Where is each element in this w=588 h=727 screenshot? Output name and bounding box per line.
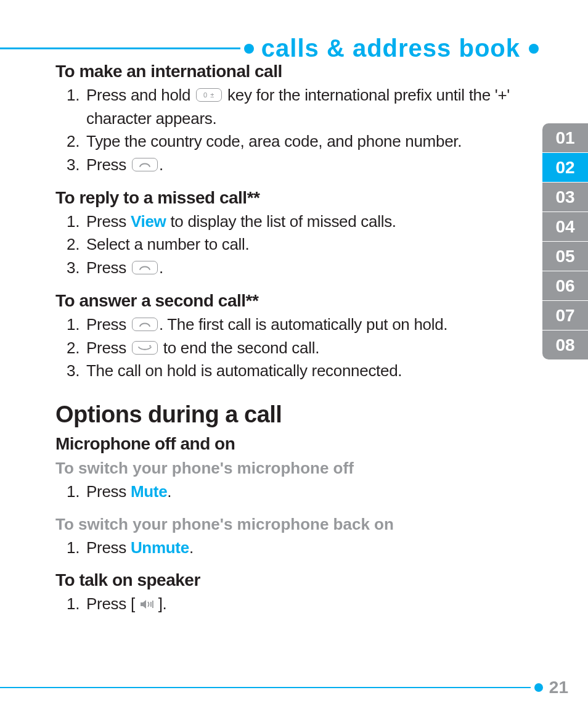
text: Press bbox=[86, 315, 131, 334]
text: . bbox=[159, 155, 163, 174]
heading-options-during-call: Options during a call bbox=[55, 401, 514, 428]
softkey-mute: Mute bbox=[131, 482, 167, 501]
subheading-mic-off: To switch your phone's microphone off bbox=[55, 459, 514, 478]
tab-02[interactable]: 02 bbox=[542, 153, 588, 183]
text: ]. bbox=[158, 594, 167, 613]
tab-07[interactable]: 07 bbox=[542, 301, 588, 331]
chapter-title: calls & address book bbox=[261, 35, 520, 62]
call-key-icon bbox=[132, 318, 158, 331]
step: Press . bbox=[84, 257, 514, 280]
svg-marker-1 bbox=[141, 600, 146, 609]
svg-rect-3 bbox=[152, 601, 153, 608]
tab-03[interactable]: 03 bbox=[542, 183, 588, 212]
softkey-view: View bbox=[131, 212, 166, 231]
tab-01[interactable]: 01 bbox=[542, 123, 588, 153]
steps-speaker: Press [ ]. bbox=[55, 593, 514, 617]
text: Press bbox=[86, 482, 131, 501]
steps-mic-off: Press Mute. bbox=[55, 480, 514, 504]
step: Press . The first call is automatically … bbox=[84, 313, 514, 337]
text: . bbox=[189, 538, 194, 557]
tab-04[interactable]: 04 bbox=[542, 212, 588, 242]
text: Press bbox=[86, 155, 131, 174]
step: Select a number to call. bbox=[84, 233, 514, 257]
steps-mic-on: Press Unmute. bbox=[55, 536, 514, 560]
text: Press bbox=[86, 538, 131, 557]
speaker-icon bbox=[139, 594, 154, 617]
call-key-icon bbox=[132, 158, 158, 171]
text: Press bbox=[86, 258, 131, 277]
header-rule: calls & address book bbox=[0, 35, 539, 62]
text: . bbox=[167, 482, 171, 501]
tab-06[interactable]: 06 bbox=[542, 271, 588, 301]
step: Press and hold 0 ± key for the internati… bbox=[84, 84, 514, 130]
svg-rect-2 bbox=[150, 602, 152, 607]
text: Press bbox=[86, 339, 131, 357]
footer-rule-line bbox=[0, 687, 531, 688]
manual-page: calls & address book 01 02 03 04 05 06 0… bbox=[0, 0, 588, 727]
steps-second-call: Press . The first call is automatically … bbox=[55, 313, 514, 383]
page-number: 21 bbox=[549, 678, 568, 697]
step: Press View to display the list of missed… bbox=[84, 210, 514, 234]
header-dot-right-icon bbox=[529, 44, 539, 54]
header-rule-line bbox=[0, 47, 240, 49]
header-dot-left-icon bbox=[244, 44, 254, 54]
step: The call on hold is automatically reconn… bbox=[84, 359, 514, 383]
heading-missed-call: To reply to a missed call** bbox=[55, 188, 514, 208]
zero-key-icon: 0 ± bbox=[196, 88, 222, 102]
text: to end the second call. bbox=[159, 339, 319, 357]
softkey-unmute: Unmute bbox=[131, 538, 189, 557]
tab-05[interactable]: 05 bbox=[542, 242, 588, 271]
steps-intl-call: Press and hold 0 ± key for the internati… bbox=[55, 84, 514, 177]
step: Press . bbox=[84, 154, 514, 177]
steps-missed-call: Press View to display the list of missed… bbox=[55, 210, 514, 280]
footer: 21 bbox=[0, 678, 568, 697]
step: Press to end the second call. bbox=[84, 337, 514, 360]
text: . bbox=[159, 258, 163, 277]
text: to display the list of missed calls. bbox=[166, 212, 396, 231]
svg-point-0 bbox=[149, 345, 151, 347]
tab-08[interactable]: 08 bbox=[542, 331, 588, 359]
step: Press Unmute. bbox=[84, 536, 514, 560]
step: Press Mute. bbox=[84, 480, 514, 504]
footer-dot-icon bbox=[534, 683, 543, 692]
text: Press and hold bbox=[86, 86, 195, 104]
heading-second-call: To answer a second call** bbox=[55, 291, 514, 311]
heading-speaker: To talk on speaker bbox=[55, 570, 514, 590]
step: Type the country code, area code, and ph… bbox=[84, 130, 514, 154]
text: . The first call is automatically put on… bbox=[159, 315, 447, 334]
end-key-icon bbox=[132, 341, 158, 355]
call-key-icon bbox=[132, 261, 158, 274]
text: Press bbox=[86, 212, 131, 231]
step: Press [ ]. bbox=[84, 593, 514, 617]
heading-intl-call: To make an international call bbox=[55, 62, 514, 81]
subheading-mic-on: To switch your phone's microphone back o… bbox=[55, 515, 514, 534]
text: Press [ bbox=[86, 594, 139, 613]
heading-microphone: Microphone off and on bbox=[55, 434, 514, 454]
content: To make an international call Press and … bbox=[55, 62, 514, 628]
section-tabs: 01 02 03 04 05 06 07 08 bbox=[542, 123, 588, 359]
